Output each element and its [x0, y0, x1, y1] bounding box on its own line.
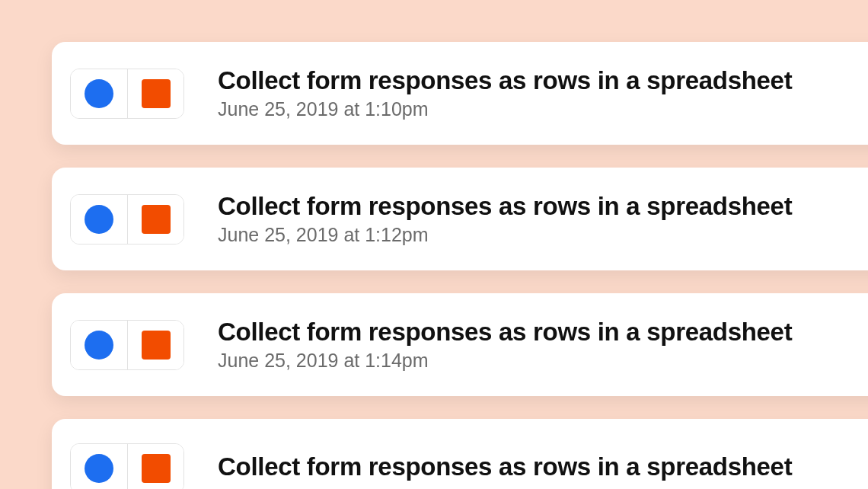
circle-icon [85, 205, 113, 234]
app-icon-source [71, 444, 127, 489]
square-icon [142, 205, 171, 234]
zap-card[interactable]: Collect form responses as rows in a spre… [52, 42, 868, 145]
app-icon-destination [127, 69, 183, 118]
app-icon-source [71, 69, 127, 118]
card-text: Collect form responses as rows in a spre… [218, 66, 792, 120]
card-text: Collect form responses as rows in a spre… [218, 452, 792, 484]
app-icon-destination [127, 321, 183, 369]
app-icon-pair [70, 320, 184, 370]
card-timestamp: June 25, 2019 at 1:10pm [218, 98, 792, 120]
square-icon [142, 331, 171, 360]
zap-card[interactable]: Collect form responses as rows in a spre… [52, 419, 868, 489]
card-title: Collect form responses as rows in a spre… [218, 66, 792, 95]
app-icon-pair [70, 194, 184, 244]
square-icon [142, 454, 171, 483]
card-title: Collect form responses as rows in a spre… [218, 192, 792, 221]
circle-icon [85, 331, 113, 360]
zap-card[interactable]: Collect form responses as rows in a spre… [52, 168, 868, 270]
circle-icon [85, 454, 113, 483]
card-timestamp: June 25, 2019 at 1:12pm [218, 224, 792, 246]
zap-card[interactable]: Collect form responses as rows in a spre… [52, 293, 868, 396]
card-text: Collect form responses as rows in a spre… [218, 318, 792, 372]
circle-icon [85, 79, 113, 108]
card-title: Collect form responses as rows in a spre… [218, 318, 792, 347]
app-icon-pair [70, 69, 184, 119]
card-title: Collect form responses as rows in a spre… [218, 452, 792, 481]
card-timestamp: June 25, 2019 at 1:14pm [218, 350, 792, 372]
app-icon-source [71, 321, 127, 369]
card-text: Collect form responses as rows in a spre… [218, 192, 792, 246]
app-icon-source [71, 195, 127, 244]
app-icon-destination [127, 444, 183, 489]
square-icon [142, 79, 171, 108]
app-icon-destination [127, 195, 183, 244]
app-icon-pair [70, 443, 184, 489]
